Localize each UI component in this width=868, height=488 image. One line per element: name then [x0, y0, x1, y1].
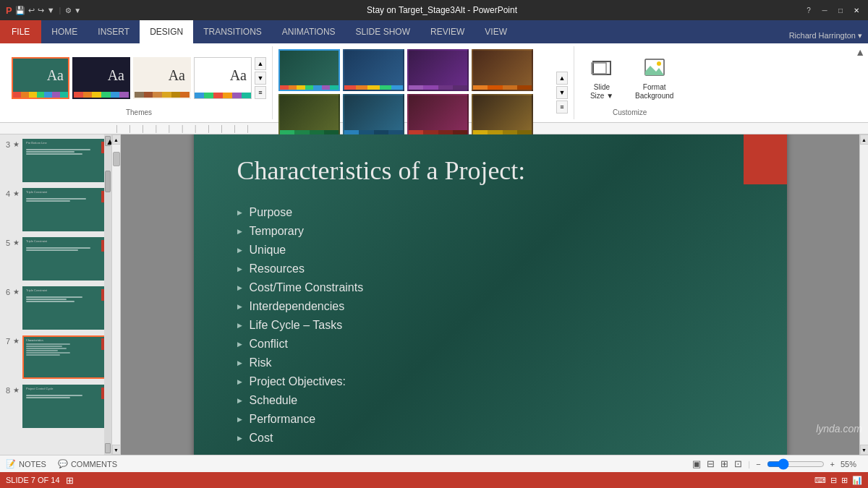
tab-view[interactable]: VIEW [475, 20, 517, 43]
slide-star-5: ★ [13, 237, 20, 247]
customize-icon[interactable]: ⚙ ▼ [65, 7, 81, 14]
slide-thumb-6[interactable]: Triple Constraint [22, 286, 110, 330]
slide[interactable]: Characteristics of a Project: Purpose Te… [194, 134, 787, 455]
status-icon-3[interactable]: ⊞ [841, 476, 848, 485]
bullet-objectives: Project Objectives: [237, 375, 364, 388]
tab-design[interactable]: DESIGN [140, 20, 193, 43]
tab-insert[interactable]: INSERT [88, 20, 140, 43]
theme-item-2[interactable]: Aa [72, 57, 130, 99]
zoom-slider[interactable] [767, 459, 825, 469]
variant-item-2[interactable] [343, 49, 404, 91]
tab-home[interactable]: HOME [41, 20, 88, 43]
separator: | [59, 6, 61, 14]
customize-quick-access-icon[interactable]: ▼ [47, 6, 55, 14]
theme-scroll-more[interactable]: ≡ [255, 86, 266, 99]
customize-content: SlideSize ▼ FormatBackground [580, 49, 679, 107]
variant-item-8[interactable] [472, 94, 533, 136]
variant-item-5[interactable] [278, 94, 340, 136]
comments-button[interactable]: 💬 COMMENTS [58, 459, 117, 468]
slide-thumb-8[interactable]: Project Control Cycle [22, 385, 110, 428]
variant-item-6[interactable] [343, 94, 404, 136]
variant-item-3[interactable] [407, 49, 469, 91]
scroll-up-button[interactable]: ▲ [112, 134, 121, 145]
tab-file[interactable]: FILE [0, 20, 41, 43]
quick-access-toolbar[interactable]: P 💾 ↩ ↪ ▼ | ⚙ ▼ [6, 5, 81, 16]
help-icon[interactable]: ? [803, 4, 814, 16]
notes-icon: 📝 [6, 459, 16, 468]
status-icon-4[interactable]: 📊 [852, 476, 862, 485]
tab-review[interactable]: REVIEW [420, 20, 475, 43]
minimize-button[interactable]: ─ [819, 4, 830, 16]
theme-item-1[interactable]: Aa [12, 57, 69, 99]
theme-scroll-up[interactable]: ▲ [255, 57, 266, 70]
maximize-button[interactable]: □ [835, 4, 846, 16]
zoom-level[interactable]: 55% [841, 460, 862, 468]
theme-item-3[interactable]: Aa [133, 57, 191, 99]
slide-star-6: ★ [13, 286, 20, 296]
tab-transitions[interactable]: TRANSITIONS [193, 20, 272, 43]
variants-scroll-more[interactable]: ≡ [556, 100, 568, 114]
panel-scroll-arrow-down[interactable] [105, 443, 111, 453]
redo-icon[interactable]: ↪ [38, 6, 44, 15]
bullet-cost-time: Cost/Time Constraints [237, 281, 364, 294]
thumb-lines-8 [24, 393, 109, 401]
slide-number-5: 5 [1, 237, 10, 247]
notes-label[interactable]: NOTES [19, 460, 46, 468]
theme-scroll[interactable]: ▲ ▼ ≡ [255, 57, 266, 99]
variants-scroll[interactable]: ▲ ▼ ≡ [556, 72, 568, 114]
comments-label[interactable]: COMMENTS [71, 460, 117, 468]
zoom-out-icon[interactable]: − [756, 460, 760, 468]
variant-item-4[interactable] [472, 49, 533, 91]
bullet-risk: Risk [237, 356, 364, 369]
panel-scrollbar[interactable]: ▲ [104, 134, 111, 455]
variants-scroll-down[interactable]: ▼ [556, 86, 568, 99]
format-background-button[interactable]: FormatBackground [629, 53, 679, 103]
view-presenter-icon[interactable]: ⊡ [734, 458, 742, 469]
view-outline-icon[interactable]: ⊟ [707, 458, 715, 469]
notes-button[interactable]: 📝 NOTES [6, 459, 46, 468]
theme-item-4[interactable]: Aa [194, 57, 252, 99]
slide-layout-icon[interactable]: ⊞ [66, 475, 74, 486]
keyboard-icon[interactable]: ⌨ [814, 476, 826, 485]
right-scroll-down[interactable]: ▼ [860, 445, 869, 455]
left-scrollbar[interactable]: ▲ ▼ [112, 134, 121, 455]
tab-slideshow[interactable]: SLIDE SHOW [346, 20, 420, 43]
scroll-down-button[interactable]: ▼ [112, 445, 121, 455]
user-name[interactable]: Richard Harrington ▾ [789, 31, 862, 43]
save-icon[interactable]: 💾 [15, 6, 25, 15]
variants-content: ▲ ▼ ≡ [278, 49, 568, 136]
theme-scroll-down[interactable]: ▼ [255, 72, 266, 85]
tab-animations[interactable]: ANIMATIONS [272, 20, 346, 43]
slide-title[interactable]: Characteristics of a Project: [237, 155, 526, 186]
panel-scroll-thumb[interactable] [105, 171, 111, 192]
slide-thumb-5[interactable]: Triple Constraint [22, 237, 110, 281]
view-grid-icon[interactable]: ⊞ [720, 458, 728, 469]
slide-thumb-3[interactable]: Pre Bottom Line [22, 139, 110, 182]
slide-red-corner [744, 134, 787, 184]
variant-item-1[interactable] [278, 49, 340, 91]
slide-thumb-7[interactable]: Characteristics [22, 335, 110, 379]
separator-bar: | [748, 460, 750, 468]
panel-scroll-arrow-up[interactable]: ▲ [105, 136, 111, 146]
ribbon-collapse-button[interactable]: ▲ [855, 46, 865, 58]
bullet-interdependencies: Interdependencies [237, 300, 364, 313]
zoom-in-icon[interactable]: + [830, 460, 835, 468]
window-controls[interactable]: ? ─ □ ✕ [803, 4, 862, 16]
notes-bar: 📝 NOTES 💬 COMMENTS ▣ ⊟ ⊞ ⊡ | − + 55% [0, 455, 868, 472]
scroll-thumb[interactable] [113, 152, 120, 166]
slide-size-button[interactable]: SlideSize ▼ [580, 53, 624, 103]
thumb-title-3: Pre Bottom Line [24, 140, 109, 147]
slide-panel: 3 ★ Pre Bottom Line 4 ★ Triple Constrain… [0, 134, 112, 455]
slide-star-4: ★ [13, 188, 20, 197]
variants-scroll-up[interactable]: ▲ [556, 72, 568, 85]
view-normal-icon[interactable]: ▣ [692, 458, 701, 469]
undo-icon[interactable]: ↩ [28, 6, 35, 15]
right-scrollbar[interactable]: ▲ ▼ [859, 134, 868, 455]
status-icon-2[interactable]: ⊟ [830, 476, 837, 485]
slide-size-label: SlideSize ▼ [590, 83, 613, 100]
variant-item-7[interactable] [407, 94, 469, 136]
slide-thumb-4[interactable]: Triple Constraint [22, 188, 110, 231]
right-scroll-track [860, 145, 869, 445]
right-scroll-up[interactable]: ▲ [860, 134, 869, 145]
close-button[interactable]: ✕ [851, 4, 862, 16]
